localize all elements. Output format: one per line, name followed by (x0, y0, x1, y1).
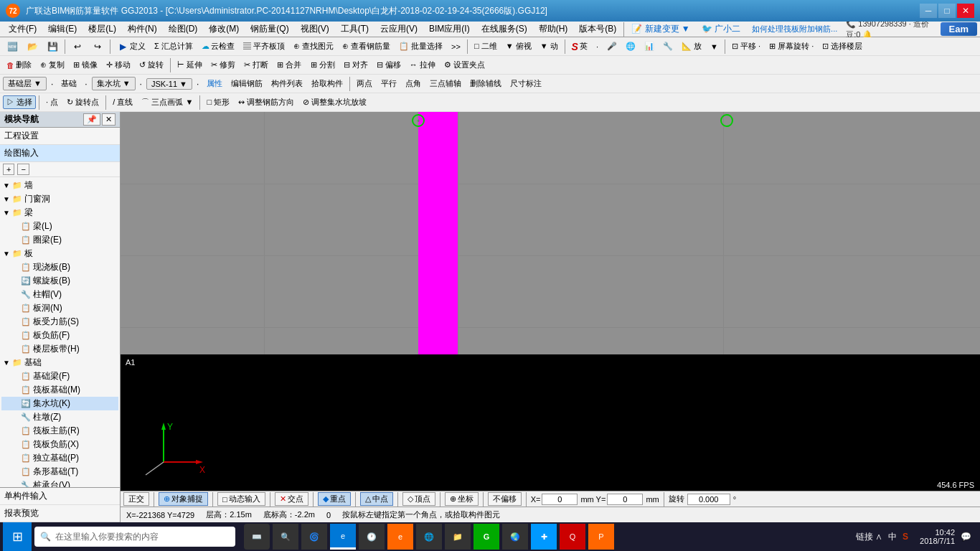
rect-button[interactable]: □ 矩形 (203, 95, 233, 109)
tree-item-found-beam[interactable]: 📋基础梁(F) (1, 369, 118, 383)
canvas-bottom[interactable]: A1 Y X 454.6 FPS (121, 354, 980, 491)
rotate-button[interactable]: ↺ 旋转 (136, 58, 167, 72)
save-button[interactable]: 💾 (43, 39, 62, 54)
calc-button[interactable]: Σ 汇总计算 (151, 39, 197, 53)
screen-rotate-button[interactable]: ⊞ 屏幕旋转 · (765, 39, 817, 53)
trim-button[interactable]: ✂ 修剪 (207, 58, 239, 72)
parallel-button[interactable]: 平行 (377, 77, 400, 90)
tree-item-slab-hole[interactable]: 📋板洞(N) (1, 301, 118, 315)
adjust-pit-slope-button[interactable]: ⊘ 调整集水坑放坡 (299, 95, 370, 109)
undo-button[interactable]: ↩ (68, 39, 87, 54)
taskbar-icon-folder[interactable]: 📁 (445, 524, 471, 550)
object-snap-btn[interactable]: ⊕ 对象捕捉 (159, 492, 208, 506)
maximize-button[interactable]: □ (938, 4, 956, 18)
tree-item-column-cap[interactable]: 🔧柱帽(V) (1, 288, 118, 301)
property-button[interactable]: 属性 (203, 77, 226, 90)
globe-button[interactable]: 🌐 (622, 40, 639, 52)
tree-item-slab-stress-rebar[interactable]: 📋板受力筋(S) (1, 315, 118, 329)
three-point-axis-button[interactable]: 三点辅轴 (426, 77, 465, 90)
merge-button[interactable]: ⊞ 合并 (273, 58, 305, 72)
pan-button[interactable]: ⊡ 平移 · (728, 39, 764, 53)
more-button[interactable]: >> (448, 41, 464, 52)
edit-rebar-button[interactable]: 编辑钢筋 (227, 77, 266, 90)
align-button[interactable]: ⊟ 对齐 (340, 58, 372, 72)
level-top-button[interactable]: ▤ 平齐板顶 (240, 39, 288, 53)
redo-button[interactable]: ↪ (88, 39, 107, 54)
taskbar-icon-q[interactable]: Q (560, 524, 585, 550)
scale-dropdown[interactable]: ▼ (707, 41, 722, 52)
dynamic-button[interactable]: ▼ 动 (537, 39, 562, 53)
taskbar-icon-web[interactable]: 🌏 (502, 524, 528, 550)
tree-item-wall[interactable]: ▼📁墙 (1, 179, 118, 192)
delete-axis-button[interactable]: 删除辅线 (466, 77, 505, 90)
scale-button[interactable]: 📐 放 (678, 39, 705, 53)
dot-btn1[interactable]: · (593, 41, 602, 52)
menu-modify[interactable]: 修改(M) (203, 22, 245, 37)
two-point-button[interactable]: 两点 (353, 77, 376, 90)
offset-button[interactable]: ⊟ 偏移 (373, 58, 405, 72)
tree-item-pile-cap[interactable]: 🔧桩承台(V) (1, 479, 118, 487)
split-button[interactable]: ⊞ 分割 (307, 58, 339, 72)
taskbar-icon-browser[interactable]: 🌐 (416, 524, 442, 550)
menu-online[interactable]: 在线服务(S) (476, 22, 533, 37)
layer-selector[interactable]: 基础层 ▼ (3, 77, 47, 90)
menu-help[interactable]: 帮助(H) (533, 22, 574, 37)
settings-button2[interactable]: 🔧 (659, 40, 677, 52)
batch-select-button[interactable]: 📋 批量选择 (395, 39, 446, 53)
menu-assistant[interactable]: 🐦 广小二 (696, 22, 746, 37)
tree-expand-btn[interactable]: + (3, 164, 14, 175)
tray-notification[interactable]: 💬 (961, 532, 971, 542)
tree-item-beam-l[interactable]: 📋梁(L) (1, 220, 118, 233)
tree-item-raft-main-rebar[interactable]: 📋筏板主筋(R) (1, 424, 118, 438)
tree-item-isolated-found[interactable]: 📋独立基础(P) (1, 451, 118, 465)
select-mode-button[interactable]: ▷ 选择 (3, 95, 36, 109)
define-button[interactable]: ▶ 定义 (113, 39, 149, 54)
type-selector[interactable]: JSK-11 ▼ (146, 78, 192, 90)
menu-newchange[interactable]: 📝 新建变更 ▼ (626, 22, 696, 37)
tree-item-ring-beam[interactable]: 📋圈梁(E) (1, 233, 118, 247)
intersection-btn[interactable]: ✕ 交点 (275, 492, 308, 506)
engineering-setup-section[interactable]: 工程设置 (0, 128, 120, 145)
taskbar-search[interactable]: 🔍 在这里输入你要搜索的内容 (34, 527, 235, 547)
collect-pit-selector[interactable]: 集水坑 ▼ (92, 77, 136, 90)
menu-file[interactable]: 文件(F) (3, 22, 42, 37)
new-button[interactable]: 🆕 (3, 39, 22, 54)
taskbar-icon-keyboard[interactable]: ⌨️ (244, 524, 270, 550)
single-component-section[interactable]: 单构件输入 (0, 488, 120, 505)
no-offset-btn[interactable]: 不偏移 (488, 492, 522, 506)
menu-rebar[interactable]: 钢筋量(Q) (245, 22, 294, 37)
tree-item-strip-found[interactable]: 📋条形基础(T) (1, 465, 118, 479)
delete-button[interactable]: 🗑 删除 (3, 58, 35, 72)
minimize-button[interactable]: ─ (920, 4, 937, 18)
tree-item-door[interactable]: ▼📁门窗洞 (1, 192, 118, 206)
taskbar-icon-clock[interactable]: 🕐 (359, 524, 385, 550)
pick-component-button[interactable]: 拾取构件 (308, 77, 347, 90)
taskbar-icon-plus[interactable]: ✚ (531, 524, 557, 550)
menu-cloud[interactable]: 云应用(V) (374, 22, 423, 37)
dimension-button[interactable]: 尺寸标注 (507, 77, 545, 90)
menu-version[interactable]: 版本号(B) (573, 22, 622, 37)
2d-button[interactable]: □ 二维 (471, 39, 501, 53)
select-floor-button[interactable]: ⊡ 选择楼层 (819, 39, 866, 53)
mirror-button[interactable]: ⊞ 镜像 (70, 58, 101, 72)
extend-button[interactable]: ⊢ 延伸 (174, 58, 206, 72)
menu-tools[interactable]: 工具(T) (335, 22, 374, 37)
canvas-top[interactable]: + (121, 112, 980, 354)
tree-item-foundation[interactable]: ▼📁基础 (1, 356, 118, 369)
view-rebar-button[interactable]: ⊕ 查看钢筋量 (339, 39, 394, 53)
menu-floor[interactable]: 楼层(L) (83, 22, 122, 37)
tree-collapse-btn[interactable]: − (17, 164, 29, 175)
tree-item-raft-found[interactable]: 📋筏板基础(M) (1, 383, 118, 397)
copy-button[interactable]: ⊕ 复制 (37, 58, 68, 72)
open-button[interactable]: 📂 (23, 39, 42, 54)
tree-item-raft-neg-rebar[interactable]: 📋筏板负筋(X) (1, 438, 118, 451)
tree-item-beam[interactable]: ▼📁梁 (1, 206, 118, 220)
menu-edit[interactable]: 编辑(E) (42, 22, 83, 37)
orthogonal-btn[interactable]: 正交 (123, 492, 149, 506)
taskbar-icon-search[interactable]: 🔍 (273, 524, 298, 550)
drawing-input-section[interactable]: 绘图输入 (0, 145, 120, 162)
menu-view[interactable]: 视图(V) (295, 22, 335, 37)
base-button[interactable]: 基础 (57, 77, 80, 90)
break-button[interactable]: ✂ 打断 (240, 58, 272, 72)
top-view-button[interactable]: ▼ 俯视 (502, 39, 535, 53)
